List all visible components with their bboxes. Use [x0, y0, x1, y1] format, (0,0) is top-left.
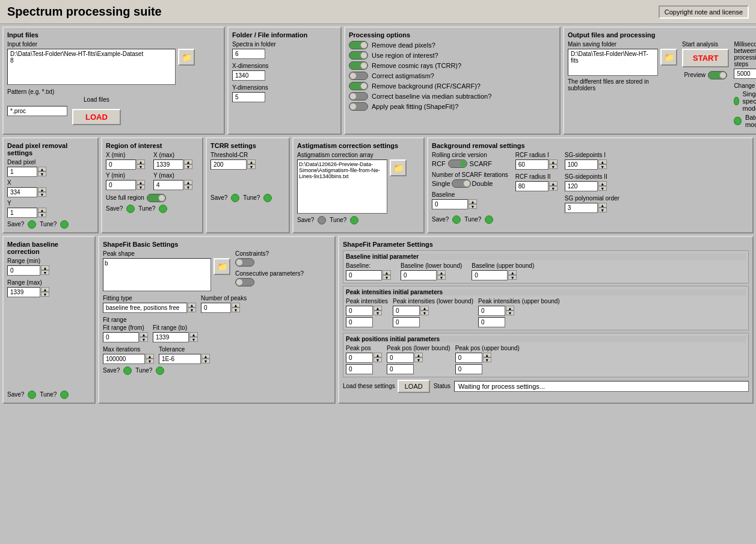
baseline-val-down[interactable]: ▼	[383, 275, 391, 280]
toggle-astigmatism[interactable]	[349, 72, 368, 80]
browse-astigmatism-button[interactable]: 📁	[390, 159, 407, 176]
baseline-lower-up[interactable]: ▲	[437, 270, 446, 275]
browse-folder-button[interactable]: 📁	[178, 49, 195, 66]
baseline-upper-field[interactable]	[472, 270, 508, 280]
peak-pos-upper-up1[interactable]: ▲	[483, 353, 491, 357]
peak-pos-lower-up1[interactable]: ▲	[414, 353, 423, 357]
roi-xmin-up[interactable]: ▲	[137, 159, 145, 164]
peak-pos-upper-down1[interactable]: ▼	[483, 357, 491, 362]
rcf-radius-ii-field[interactable]	[515, 181, 549, 191]
sg-sidepoints-i-field[interactable]	[565, 159, 598, 170]
num-peaks-up[interactable]: ▲	[232, 303, 240, 308]
rcf-radius-i-field[interactable]	[515, 159, 549, 170]
peak-pos-field2[interactable]	[346, 364, 373, 374]
range-min-field[interactable]	[7, 265, 40, 276]
dead-pixel-up[interactable]: ▲	[38, 167, 46, 172]
fit-range-from-down[interactable]: ▼	[140, 337, 148, 342]
baseline-down[interactable]: ▼	[469, 204, 477, 209]
xdim-value[interactable]	[232, 70, 265, 81]
tolerance-up[interactable]: ▲	[201, 354, 210, 359]
tcrr-tune-dot[interactable]	[263, 194, 272, 202]
background-tune-dot[interactable]	[485, 215, 493, 224]
peak-shape-listbox[interactable]: b	[103, 258, 211, 291]
roi-xmax-field[interactable]	[153, 159, 183, 170]
roi-save-dot[interactable]	[126, 205, 135, 213]
astigmatism-tune-dot[interactable]	[350, 216, 358, 224]
sg-poly-field[interactable]	[565, 203, 598, 213]
peak-pos-lower-field2[interactable]	[387, 364, 414, 374]
median-save-dot[interactable]	[28, 391, 36, 399]
load-settings-button[interactable]: LOAD	[398, 380, 430, 393]
start-button[interactable]: START	[682, 49, 729, 67]
ydim-value[interactable]	[232, 92, 265, 102]
input-folder-field[interactable]: D:\Data\Test-Folder\New-HT-fits\Example-…	[7, 49, 176, 85]
fitting-type-down[interactable]: ▼	[188, 308, 196, 312]
baseline-upper-up[interactable]: ▲	[508, 270, 517, 275]
toggle-shapefit[interactable]	[349, 102, 368, 111]
fit-range-to-field[interactable]	[153, 332, 189, 342]
sg-sidepoints-i-up[interactable]: ▲	[598, 159, 607, 164]
peak-int-field1[interactable]	[346, 306, 373, 316]
constraints-toggle[interactable]	[235, 258, 254, 267]
baseline-field[interactable]	[432, 199, 468, 209]
dead-pixel-field[interactable]	[7, 167, 37, 177]
roi-xmax-up[interactable]: ▲	[184, 159, 192, 164]
roi-ymax-field[interactable]	[153, 180, 183, 190]
fit-range-to-down[interactable]: ▼	[189, 337, 198, 342]
consecutive-toggle[interactable]	[235, 278, 254, 286]
toggle-median[interactable]	[349, 92, 368, 100]
toggle-background[interactable]	[349, 82, 368, 90]
background-save-dot[interactable]	[452, 215, 461, 224]
peak-pos-up1[interactable]: ▲	[373, 353, 382, 357]
dead-pixel-x-up[interactable]: ▲	[38, 187, 46, 192]
fit-range-from-field[interactable]	[103, 332, 139, 342]
browse-output-button[interactable]: 📁	[660, 49, 677, 66]
peak-pos-upper-field2[interactable]	[455, 364, 482, 374]
rcf-radius-ii-up[interactable]: ▲	[549, 181, 558, 186]
median-tune-dot[interactable]	[60, 391, 69, 399]
fitting-type-up[interactable]: ▲	[188, 303, 196, 308]
milliseconds-field[interactable]	[734, 69, 756, 79]
browse-peak-shape-button[interactable]: 📁	[214, 258, 230, 275]
threshold-down[interactable]: ▼	[247, 164, 256, 169]
roi-ymax-up[interactable]: ▲	[184, 180, 192, 185]
peak-int-field2[interactable]	[346, 317, 373, 327]
dead-pixel-down[interactable]: ▼	[38, 172, 46, 176]
peak-int-lower-up1[interactable]: ▲	[420, 306, 429, 311]
threshold-field[interactable]	[211, 159, 247, 170]
baseline-upper-down[interactable]: ▼	[508, 275, 517, 280]
single-double-toggle[interactable]	[452, 179, 471, 188]
shapefit-save-dot[interactable]	[123, 366, 132, 375]
roi-xmin-field[interactable]	[106, 159, 136, 170]
range-min-down[interactable]: ▼	[41, 270, 49, 275]
fitting-type-field[interactable]	[103, 303, 187, 313]
num-peaks-down[interactable]: ▼	[232, 308, 240, 312]
preview-toggle[interactable]	[708, 71, 727, 79]
tolerance-field[interactable]	[159, 354, 201, 364]
dead-pixel-y-field[interactable]	[7, 208, 37, 218]
dead-pixel-y-down[interactable]: ▼	[38, 212, 46, 217]
fit-range-to-up[interactable]: ▲	[189, 332, 198, 337]
peak-int-down1[interactable]: ▼	[373, 311, 382, 315]
rcf-radius-i-up[interactable]: ▲	[549, 159, 558, 164]
dead-pixel-y-up[interactable]: ▲	[38, 208, 46, 212]
sg-sidepoints-i-down[interactable]: ▼	[598, 164, 607, 169]
tolerance-down[interactable]: ▼	[201, 359, 210, 363]
roi-ymin-field[interactable]	[106, 180, 136, 190]
baseline-lower-field[interactable]	[401, 270, 437, 280]
astigmatism-save-dot[interactable]	[318, 216, 326, 224]
range-min-up[interactable]: ▲	[41, 265, 49, 270]
peak-pos-lower-down1[interactable]: ▼	[414, 357, 423, 362]
roi-ymax-down[interactable]: ▼	[184, 185, 192, 190]
roi-xmin-down[interactable]: ▼	[137, 164, 145, 169]
toggle-roi[interactable]	[349, 51, 368, 60]
range-max-field[interactable]	[7, 287, 40, 297]
dead-pixel-x-down[interactable]: ▼	[38, 192, 46, 197]
peak-pos-field1[interactable]	[346, 353, 373, 363]
sg-sidepoints-ii-up[interactable]: ▲	[598, 181, 607, 186]
rcf-scarf-toggle[interactable]	[448, 159, 467, 168]
main-saving-folder-field[interactable]: D:\Data\Test-Folder\New-HT-fits	[568, 49, 658, 76]
peak-int-lower-field1[interactable]	[393, 306, 420, 316]
peak-int-upper-field2[interactable]	[478, 317, 505, 327]
baseline-val-up[interactable]: ▲	[383, 270, 391, 275]
